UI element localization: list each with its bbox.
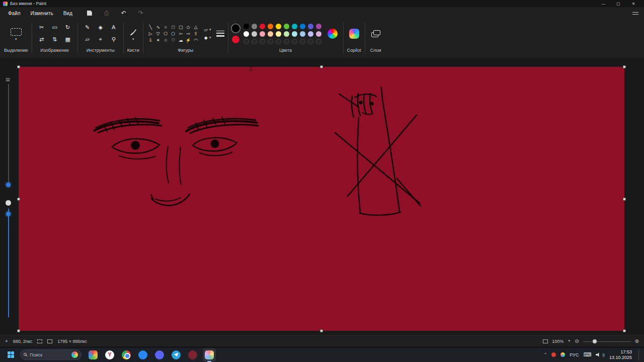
palette-swatch[interactable] [260, 24, 265, 29]
taskbar-app-chrome[interactable] [120, 348, 133, 361]
image-tool-button-1[interactable]: ▭ [49, 22, 61, 32]
shape-button[interactable]: ⬡ [170, 31, 177, 37]
shape-button[interactable]: △ [192, 24, 200, 31]
menu-item-view[interactable]: Вид [58, 9, 77, 18]
palette-swatch[interactable] [276, 24, 281, 29]
taskbar-app-yandex-browser[interactable]: Y [103, 348, 116, 361]
palette-swatch[interactable] [300, 31, 305, 37]
custom-swatch-slot[interactable] [244, 39, 249, 44]
tool-button-2[interactable]: A [108, 22, 120, 32]
shape-button[interactable]: ⇨ [185, 31, 192, 37]
shape-button[interactable]: ∿ [154, 24, 162, 31]
custom-swatch-slot[interactable] [260, 39, 265, 44]
shape-outline-dropdown[interactable]: ▱▼ [203, 27, 213, 33]
show-desktop-button[interactable] [638, 349, 640, 360]
fit-screen-button[interactable] [543, 339, 548, 343]
minimize-button[interactable]: — [596, 0, 611, 7]
rail-middle-icon[interactable] [6, 200, 11, 206]
image-tool-button-4[interactable]: ⇅ [49, 34, 61, 44]
rail-slider-2-track[interactable] [8, 209, 9, 317]
palette-swatch[interactable] [244, 24, 249, 29]
image-tool-button-5[interactable]: ▦ [62, 34, 74, 44]
palette-swatch[interactable] [244, 31, 249, 37]
shape-button[interactable]: ▷ [147, 31, 154, 37]
shape-button[interactable]: ▢ [177, 24, 185, 31]
resize-handle[interactable] [623, 329, 626, 332]
resize-handle[interactable] [17, 329, 20, 332]
custom-swatch-slot[interactable] [284, 39, 289, 44]
chevron-down-icon[interactable]: ▼ [132, 38, 135, 41]
shape-button[interactable]: ✶ [154, 37, 162, 44]
image-tool-button-2[interactable]: ↻ [62, 22, 74, 32]
shape-button[interactable]: ▽ [154, 31, 162, 37]
shape-fill-dropdown[interactable]: ◆▼ [203, 35, 213, 41]
shape-button[interactable]: ◇ [185, 24, 192, 31]
taskbar-app-telegram[interactable] [170, 348, 183, 361]
tool-button-5[interactable]: ⚲ [108, 34, 120, 44]
custom-swatch-slot[interactable] [268, 39, 273, 44]
shape-button[interactable]: ⚡ [185, 37, 192, 44]
resize-handle[interactable] [623, 198, 626, 201]
shape-button[interactable]: ⇦ [177, 31, 185, 37]
resize-handle[interactable] [17, 198, 20, 201]
close-button[interactable]: ✕ [626, 0, 641, 7]
palette-swatch[interactable] [268, 24, 273, 29]
zoom-level[interactable]: 100% [552, 339, 564, 344]
zoom-dropdown-chevron[interactable]: ▼ [568, 340, 571, 342]
search-highlights-icon[interactable] [71, 351, 78, 358]
taskbar-app-messenger[interactable] [136, 348, 149, 361]
chevron-down-icon[interactable]: ▼ [15, 38, 18, 41]
keyboard-icon[interactable]: ⌨ [583, 351, 591, 358]
taskbar-app-widgets[interactable] [87, 348, 100, 361]
color2-swatch[interactable] [232, 36, 239, 43]
tool-button-3[interactable]: ▱ [82, 34, 94, 44]
resize-handle[interactable] [623, 65, 626, 68]
palette-swatch[interactable] [316, 24, 321, 29]
zoom-out-button[interactable]: ⊖ [575, 338, 579, 344]
tray-app-icon[interactable] [560, 352, 565, 357]
palette-swatch[interactable] [292, 31, 297, 37]
shape-button[interactable]: ♡ [170, 37, 177, 44]
custom-swatch-slot[interactable] [316, 39, 321, 44]
custom-swatch-slot[interactable] [292, 39, 297, 44]
palette-swatch[interactable] [316, 31, 321, 37]
zoom-slider[interactable] [583, 339, 631, 344]
taskbar-app-paint[interactable] [203, 348, 216, 361]
menu-item-file[interactable]: Файл [3, 9, 26, 18]
palette-swatch[interactable] [292, 24, 297, 29]
palette-swatch[interactable] [284, 24, 289, 29]
undo-button[interactable]: ↶ [119, 9, 129, 18]
input-language[interactable]: РУС [570, 352, 579, 357]
image-tool-button-0[interactable]: ✂ [36, 22, 48, 32]
resize-handle[interactable] [320, 65, 323, 68]
palette-swatch[interactable] [252, 24, 257, 29]
tool-button-0[interactable]: ✎ [82, 22, 94, 32]
rail-slider-1-track[interactable] [8, 84, 9, 185]
save-button[interactable] [85, 9, 95, 18]
paint-canvas[interactable] [19, 67, 624, 331]
palette-swatch[interactable] [268, 31, 273, 37]
alert-icon[interactable] [551, 352, 556, 357]
edit-colors-button[interactable] [326, 27, 340, 41]
palette-swatch[interactable] [284, 31, 289, 37]
shape-button[interactable]: ⬠ [162, 31, 170, 37]
custom-swatch-slot[interactable] [308, 39, 313, 44]
zoom-in-button[interactable]: ⊕ [635, 338, 639, 344]
layers-button[interactable] [369, 27, 383, 41]
volume-icon[interactable] [596, 352, 601, 357]
maximize-button[interactable]: ▢ [611, 0, 626, 7]
shape-button[interactable]: ⇧ [192, 31, 200, 37]
custom-swatch-slot[interactable] [252, 39, 257, 44]
ribbon-settings-button[interactable] [630, 9, 641, 17]
shape-button[interactable]: ╲ [147, 24, 154, 31]
image-tool-button-3[interactable]: ⇄ [36, 34, 48, 44]
clock[interactable]: 17:53 13.10.2025 [609, 349, 632, 360]
tray-chevron-icon[interactable]: ⌃ [544, 352, 547, 357]
start-button[interactable] [4, 348, 17, 361]
shape-button[interactable]: □ [170, 24, 177, 31]
shape-button[interactable]: ◠ [192, 37, 200, 44]
palette-swatch[interactable] [260, 31, 265, 37]
rail-slider-1-thumb[interactable] [6, 183, 11, 187]
shape-button[interactable]: ○ [162, 24, 170, 31]
tool-button-1[interactable]: ◈ [95, 22, 107, 32]
